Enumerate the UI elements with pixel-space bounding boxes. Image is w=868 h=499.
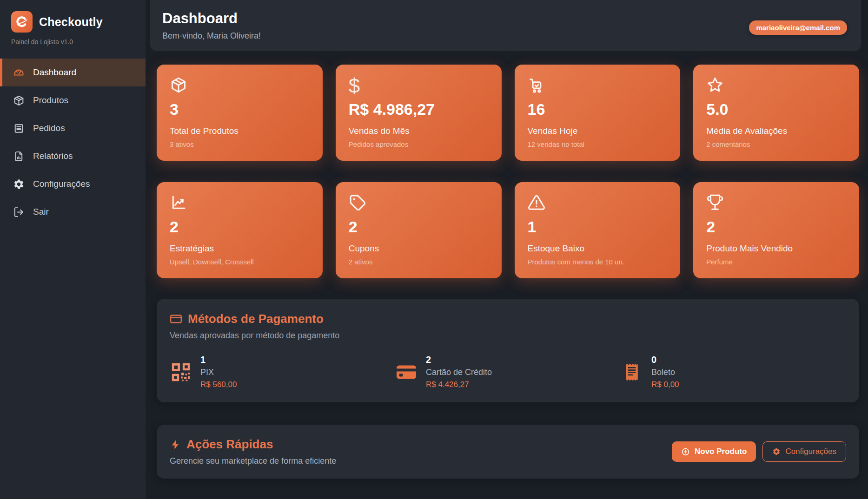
stat-value: 3 xyxy=(170,100,310,118)
stat-card-estoque-baixo: 1 Estoque Baixo Produtos com menos de 10… xyxy=(515,182,681,278)
button-label: Configurações xyxy=(785,447,836,456)
app-version: Painel do Lojista v1.0 xyxy=(11,38,134,46)
stat-card-vendas-mes: $ R$ 4.986,27 Vendas do Mês Pedidos apro… xyxy=(336,65,502,161)
credit-card-icon xyxy=(395,361,417,383)
sidebar-item-pedidos[interactable]: Pedidos xyxy=(0,114,146,142)
main-content: Dashboard Bem-vindo, Maria Oliveira! mar… xyxy=(146,0,868,499)
trend-chart-icon xyxy=(170,194,310,213)
stat-sub: Pedidos aprovados xyxy=(349,140,489,148)
stat-label: Média de Avaliações xyxy=(706,126,846,136)
payment-methods-list: 1 PIX R$ 560,00 2 xyxy=(170,355,846,389)
sidebar-item-dashboard[interactable]: Dashboard xyxy=(0,59,146,86)
stat-card-total-produtos: 3 Total de Produtos 3 ativos xyxy=(157,65,323,161)
stat-label: Estratégias xyxy=(170,243,310,254)
stat-sub: Upsell, Downsell, Crosssell xyxy=(170,258,310,266)
qr-code-icon xyxy=(170,361,192,383)
page-header: Dashboard Bem-vindo, Maria Oliveira! mar… xyxy=(150,0,861,51)
method-label: Cartão de Crédito xyxy=(426,368,492,377)
brand-block: Checkoutly Painel do Lojista v1.0 xyxy=(0,0,146,59)
receipt-icon xyxy=(13,122,25,134)
package-icon xyxy=(170,76,310,96)
stat-label: Cupons xyxy=(349,243,489,254)
payments-subtitle: Vendas aprovadas por método de pagamento xyxy=(170,331,846,341)
stat-value: 2 xyxy=(170,218,310,236)
dollar-icon: $ xyxy=(349,76,489,96)
sidebar-item-sair[interactable]: Sair xyxy=(0,198,146,226)
method-count: 0 xyxy=(651,355,679,365)
logout-icon xyxy=(13,206,25,218)
method-amount: R$ 4.426,27 xyxy=(426,380,492,389)
stat-label: Estoque Baixo xyxy=(528,243,668,254)
stat-value: 5.0 xyxy=(706,100,846,118)
payment-method-pix: 1 PIX R$ 560,00 xyxy=(170,355,395,389)
credit-card-icon xyxy=(170,313,182,325)
stat-sub: 12 vendas no total xyxy=(528,140,668,148)
stat-label: Total de Produtos xyxy=(170,126,310,136)
sidebar-item-label: Configurações xyxy=(33,179,90,189)
sidebar: Checkoutly Painel do Lojista v1.0 Dashbo… xyxy=(0,0,146,499)
package-icon xyxy=(13,94,25,106)
quick-actions-title: Ações Rápidas xyxy=(186,437,273,452)
button-label: Novo Produto xyxy=(695,447,747,456)
sidebar-item-label: Relatórios xyxy=(33,151,73,161)
gear-icon xyxy=(13,178,25,190)
configuracoes-button[interactable]: Configurações xyxy=(762,441,846,462)
star-icon xyxy=(706,76,846,96)
stat-label: Produto Mais Vendido xyxy=(706,243,846,254)
stat-sub: 3 ativos xyxy=(170,140,310,148)
stat-card-mais-vendido: 2 Produto Mais Vendido Perfume xyxy=(693,182,859,278)
checkoutly-swoosh-icon xyxy=(11,11,33,33)
quick-actions-subtitle: Gerencie seu marketplace de forma eficie… xyxy=(170,456,336,466)
stat-sub: 2 ativos xyxy=(349,258,489,266)
sidebar-item-label: Dashboard xyxy=(33,67,76,78)
method-count: 2 xyxy=(426,355,492,365)
sidebar-item-produtos[interactable]: Produtos xyxy=(0,86,146,114)
quick-actions-panel: Ações Rápidas Gerencie seu marketplace d… xyxy=(157,425,859,479)
circle-plus-icon xyxy=(681,447,690,456)
stat-card-estrategias: 2 Estratégias Upsell, Downsell, Crosssel… xyxy=(157,182,323,278)
stat-sub: Perfume xyxy=(706,258,846,266)
sidebar-item-relatorios[interactable]: Relatórios xyxy=(0,142,146,170)
method-count: 1 xyxy=(200,355,237,365)
stat-card-avaliacoes: 5.0 Média de Avaliações 2 comentários xyxy=(693,65,859,161)
cart-check-icon xyxy=(528,76,668,96)
stat-value: R$ 4.986,27 xyxy=(349,100,489,118)
stats-grid: 3 Total de Produtos 3 ativos $ R$ 4.986,… xyxy=(157,65,859,278)
sidebar-item-label: Sair xyxy=(33,207,49,217)
payments-title: Métodos de Pagamento xyxy=(188,312,324,326)
stat-value: 1 xyxy=(528,218,668,236)
stat-value: 2 xyxy=(349,218,489,236)
sidebar-nav: Dashboard Produtos Pedido xyxy=(0,59,146,226)
stat-sub: 2 comentários xyxy=(706,140,846,148)
method-amount: R$ 560,00 xyxy=(200,380,237,389)
payment-method-boleto: 0 Boleto R$ 0,00 xyxy=(621,355,846,389)
stat-card-vendas-hoje: 16 Vendas Hoje 12 vendas no total xyxy=(515,65,681,161)
bolt-icon xyxy=(170,438,181,451)
alert-triangle-icon xyxy=(528,194,668,213)
method-label: PIX xyxy=(200,368,237,377)
stat-card-cupons: 2 Cupons 2 ativos xyxy=(336,182,502,278)
trophy-icon xyxy=(706,194,846,213)
stat-value: 2 xyxy=(706,218,846,236)
novo-produto-button[interactable]: Novo Produto xyxy=(672,441,756,462)
stat-label: Vendas Hoje xyxy=(528,126,668,136)
sidebar-item-label: Pedidos xyxy=(33,123,65,133)
tag-icon xyxy=(349,194,489,213)
sidebar-item-label: Produtos xyxy=(33,95,68,105)
file-chart-icon xyxy=(13,150,25,162)
user-email-badge[interactable]: mariaoliveira@email.com xyxy=(749,20,847,35)
stat-value: 16 xyxy=(528,100,668,118)
stat-label: Vendas do Mês xyxy=(349,126,489,136)
stat-sub: Produtos com menos de 10 un. xyxy=(528,258,668,266)
boleto-icon xyxy=(621,361,643,383)
method-label: Boleto xyxy=(651,368,679,377)
gear-icon xyxy=(772,447,781,456)
payment-methods-panel: Métodos de Pagamento Vendas aprovadas po… xyxy=(157,299,859,402)
app-name: Checkoutly xyxy=(39,15,103,29)
sidebar-item-configuracoes[interactable]: Configurações xyxy=(0,170,146,198)
method-amount: R$ 0,00 xyxy=(651,380,679,389)
payment-method-cartao: 2 Cartão de Crédito R$ 4.426,27 xyxy=(395,355,621,389)
gauge-icon xyxy=(13,66,25,79)
